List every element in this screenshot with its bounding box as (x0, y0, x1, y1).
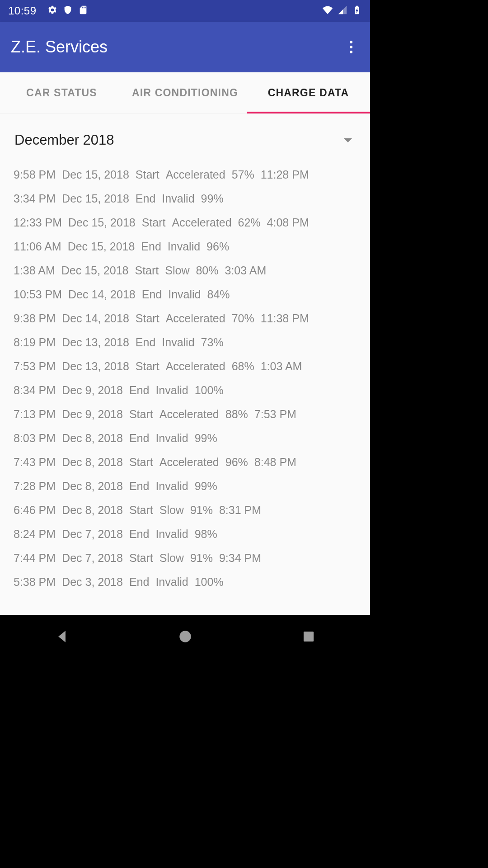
month-selector[interactable]: December 2018 (14, 132, 356, 148)
row-kind: Start (136, 312, 160, 325)
list-item[interactable]: 8:34 PMDec 9, 2018EndInvalid100% (13, 378, 357, 402)
row-kind: Start (129, 456, 153, 469)
status-time: 10:59 (8, 5, 37, 17)
row-date: Dec 14, 2018 (68, 288, 136, 301)
row-pct: 80% (196, 264, 218, 277)
list-item[interactable]: 11:06 AMDec 15, 2018EndInvalid96% (13, 235, 357, 259)
list-item[interactable]: 9:38 PMDec 14, 2018StartAccelerated70%11… (13, 307, 357, 330)
row-time: 7:53 PM (14, 360, 56, 373)
row-date: Dec 15, 2018 (61, 264, 129, 277)
list-item[interactable]: 8:03 PMDec 8, 2018EndInvalid99% (13, 426, 357, 450)
row-pct: 100% (195, 576, 224, 589)
charge-list[interactable]: 9:58 PMDec 15, 2018StartAccelerated57%11… (13, 163, 357, 594)
main-content[interactable]: December 2018 9:58 PMDec 15, 2018StartAc… (0, 114, 370, 615)
row-kind: End (141, 240, 161, 253)
row-mode: Accelerated (166, 360, 225, 373)
row-date: Dec 9, 2018 (62, 384, 123, 397)
row-time: 10:53 PM (14, 288, 62, 301)
list-item[interactable]: 6:46 PMDec 8, 2018StartSlow91%8:31 PM (13, 498, 357, 522)
row-time: 8:03 PM (14, 432, 56, 445)
row-kind: Start (129, 408, 153, 421)
row-mode: Invalid (155, 576, 188, 589)
list-item[interactable]: 7:43 PMDec 8, 2018StartAccelerated96%8:4… (13, 450, 357, 474)
row-kind: End (136, 192, 155, 205)
row-mode: Accelerated (166, 168, 225, 181)
list-item[interactable]: 9:58 PMDec 15, 2018StartAccelerated57%11… (13, 163, 357, 187)
row-end-time: 4:08 PM (267, 216, 309, 229)
month-label: December 2018 (14, 132, 114, 148)
row-kind: End (136, 336, 155, 349)
home-button[interactable] (177, 628, 194, 645)
list-item[interactable]: 3:34 PMDec 15, 2018EndInvalid99% (13, 187, 357, 211)
row-time: 7:13 PM (14, 408, 56, 421)
row-time: 5:38 PM (14, 576, 56, 589)
row-time: 9:38 PM (14, 312, 56, 325)
row-time: 7:43 PM (14, 456, 56, 469)
row-kind: End (129, 528, 149, 541)
row-time: 8:24 PM (14, 528, 56, 541)
row-pct: 57% (232, 168, 254, 181)
row-pct: 99% (201, 192, 224, 205)
row-mode: Accelerated (172, 216, 232, 229)
row-mode: Invalid (155, 528, 188, 541)
row-time: 12:33 PM (14, 216, 62, 229)
row-mode: Accelerated (160, 408, 219, 421)
row-pct: 91% (190, 552, 213, 565)
row-pct: 88% (225, 408, 248, 421)
list-item[interactable]: 8:19 PMDec 13, 2018EndInvalid73% (13, 330, 357, 354)
list-item[interactable]: 7:44 PMDec 7, 2018StartSlow91%9:34 PM (13, 546, 357, 570)
row-date: Dec 15, 2018 (68, 216, 136, 229)
row-pct: 96% (206, 240, 229, 253)
app-title: Z.E. Services (11, 38, 343, 57)
row-mode: Invalid (168, 288, 201, 301)
status-bar: 10:59 (0, 0, 370, 22)
list-item[interactable]: 5:38 PMDec 3, 2018EndInvalid100% (13, 570, 357, 594)
row-date: Dec 7, 2018 (62, 528, 123, 541)
nav-bar (0, 615, 370, 658)
overflow-menu-button[interactable] (343, 39, 359, 55)
row-mode: Slow (165, 264, 189, 277)
wifi-icon (323, 5, 333, 15)
row-time: 3:34 PM (14, 192, 56, 205)
tab-label: CAR STATUS (26, 87, 97, 99)
row-mode: Invalid (162, 336, 194, 349)
recent-apps-button[interactable] (300, 628, 317, 645)
row-mode: Invalid (155, 432, 188, 445)
list-item[interactable]: 10:53 PMDec 14, 2018EndInvalid84% (13, 283, 357, 307)
row-kind: End (129, 384, 149, 397)
row-date: Dec 8, 2018 (62, 480, 123, 493)
row-end-time: 11:28 PM (261, 168, 309, 181)
row-pct: 70% (232, 312, 254, 325)
list-item[interactable]: 1:38 AMDec 15, 2018StartSlow80%3:03 AM (13, 259, 357, 283)
row-mode: Invalid (168, 240, 200, 253)
row-end-time: 3:03 AM (225, 264, 266, 277)
tab-air-conditioning[interactable]: AIR CONDITIONING (123, 72, 247, 113)
row-pct: 68% (232, 360, 254, 373)
list-item[interactable]: 12:33 PMDec 15, 2018StartAccelerated62%4… (13, 211, 357, 235)
tab-bar: CAR STATUS AIR CONDITIONING CHARGE DATA (0, 72, 370, 114)
list-item[interactable]: 8:24 PMDec 7, 2018EndInvalid98% (13, 522, 357, 546)
app-bar: Z.E. Services (0, 22, 370, 72)
battery-charging-icon (352, 5, 362, 15)
row-time: 1:38 AM (14, 264, 55, 277)
row-date: Dec 9, 2018 (62, 408, 123, 421)
row-pct: 99% (195, 480, 217, 493)
list-item[interactable]: 7:53 PMDec 13, 2018StartAccelerated68%1:… (13, 354, 357, 378)
tab-car-status[interactable]: CAR STATUS (0, 72, 123, 113)
row-pct: 96% (225, 456, 248, 469)
shield-icon (63, 5, 73, 15)
list-item[interactable]: 7:13 PMDec 9, 2018StartAccelerated88%7:5… (13, 402, 357, 426)
row-date: Dec 14, 2018 (62, 312, 129, 325)
row-kind: Start (142, 216, 166, 229)
row-end-time: 7:53 PM (254, 408, 296, 421)
tab-charge-data[interactable]: CHARGE DATA (247, 72, 370, 113)
svg-rect-1 (303, 631, 313, 641)
row-date: Dec 15, 2018 (62, 192, 129, 205)
row-date: Dec 8, 2018 (62, 504, 123, 517)
row-pct: 73% (201, 336, 224, 349)
back-button[interactable] (53, 628, 70, 645)
row-date: Dec 15, 2018 (68, 240, 135, 253)
gear-icon (47, 5, 57, 15)
row-end-time: 11:38 PM (261, 312, 309, 325)
list-item[interactable]: 7:28 PMDec 8, 2018EndInvalid99% (13, 474, 357, 498)
